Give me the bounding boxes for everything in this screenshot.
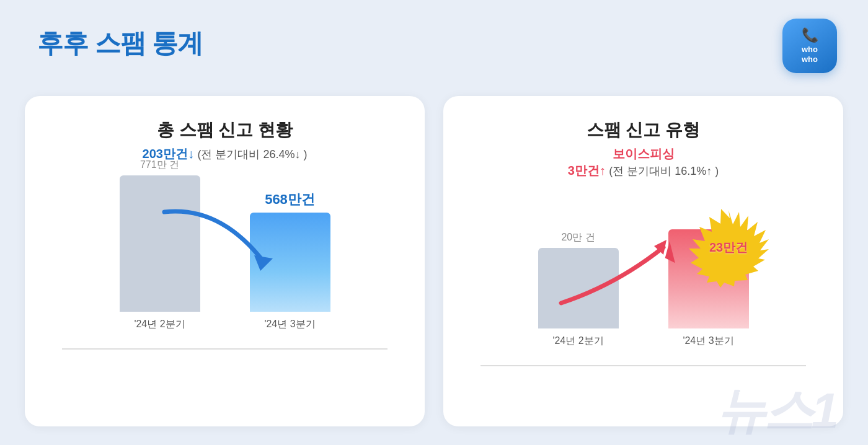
- right-card-title: 스팸 신고 유형: [468, 118, 818, 142]
- left-card: 총 스팸 신고 현황 203만건↓ (전 분기대비 26.4%↓ ) 771만 …: [25, 96, 425, 426]
- logo-phone-icon: 📞: [802, 27, 818, 43]
- starburst-text: 23만건: [709, 239, 748, 256]
- left-arrow-svg: [146, 200, 282, 280]
- left-chart: 771만 건 '24년 2분기 568만건 '24년 3분기: [50, 181, 400, 373]
- right-subtitle-change: (전 분기대비 16.1%↑ ): [609, 165, 719, 177]
- left-baseline: [62, 348, 388, 350]
- left-card-title: 총 스팸 신고 현황: [50, 118, 400, 142]
- left-bar2-bottom-label: '24년 3분기: [264, 318, 315, 331]
- left-bar1-bottom-label: '24년 2분기: [134, 318, 185, 331]
- right-bar2-bottom-label: '24년 3분기: [683, 335, 733, 348]
- page-title: 후후 스팸 통계: [37, 26, 203, 61]
- watermark: 뉴스1: [716, 386, 838, 436]
- starburst-wrapper: 23만건: [688, 207, 769, 288]
- right-chart: 20만 건 '24년 2분기 '24년 3분기: [468, 198, 818, 390]
- logo-text: who who: [802, 45, 818, 64]
- right-subtitle-type: 보이스피싱: [613, 147, 675, 161]
- right-card-subtitle: 보이스피싱 3만건↑ (전 분기대비 16.1%↑ ): [468, 146, 818, 179]
- cards-container: 총 스팸 신고 현황 203만건↓ (전 분기대비 26.4%↓ ) 771만 …: [25, 96, 843, 426]
- left-subtitle-change: (전 분기대비 26.4%↓ ): [197, 148, 307, 161]
- logo-badge: 📞 who who: [782, 19, 837, 73]
- svg-marker-0: [254, 255, 273, 271]
- right-bar1-bottom-label: '24년 2분기: [552, 335, 603, 348]
- right-card: 스팸 신고 유형 보이스피싱 3만건↑ (전 분기대비 16.1%↑ ) 20만…: [443, 96, 843, 426]
- right-subtitle-value: 3만건↑: [568, 164, 606, 177]
- left-bar1-top-label: 771만 건: [140, 159, 179, 172]
- right-arrow-svg: [542, 229, 685, 315]
- left-card-subtitle: 203만건↓ (전 분기대비 26.4%↓ ): [50, 146, 400, 162]
- right-baseline: [480, 365, 806, 366]
